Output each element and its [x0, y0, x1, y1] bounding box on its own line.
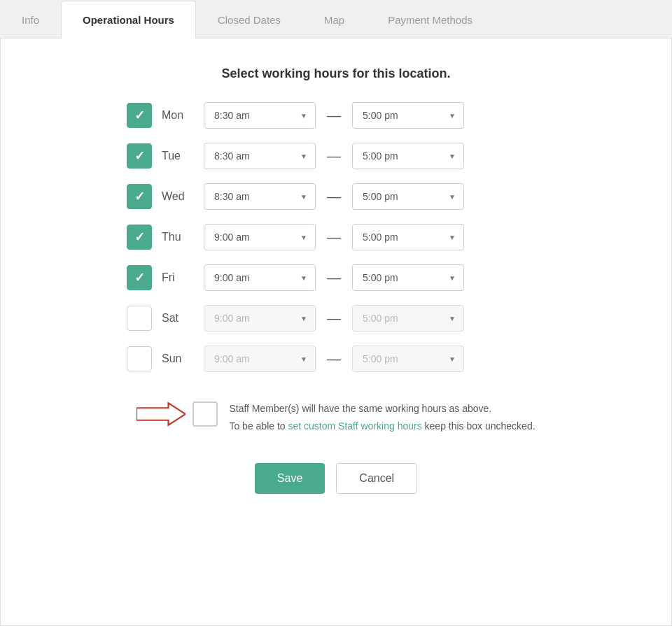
end-time-wrap-fri: 12:00 am12:30 am1:00 am1:30 am2:00 am2:3… — [352, 264, 464, 291]
arrow-wrap — [136, 400, 186, 428]
start-time-wed[interactable]: 12:00 am12:30 am1:00 am1:30 am2:00 am2:3… — [204, 183, 316, 210]
checkbox-fri[interactable]: ✓ — [127, 265, 152, 290]
separator-mon: — — [327, 108, 341, 124]
staff-text-pre: To be able to — [229, 420, 288, 432]
staff-text-line2: To be able to set custom Staff working h… — [229, 418, 535, 435]
checkbox-wed[interactable]: ✓ — [127, 184, 152, 209]
day-label-tue: Tue — [162, 150, 204, 162]
end-time-sun[interactable]: 12:00 am12:30 am1:00 am1:30 am2:00 am2:3… — [352, 346, 464, 372]
tab-operational-hours[interactable]: Operational Hours — [61, 1, 196, 38]
end-time-thu[interactable]: 12:00 am12:30 am1:00 am1:30 am2:00 am2:3… — [352, 224, 464, 250]
start-time-sat[interactable]: 12:00 am12:30 am1:00 am1:30 am2:00 am2:3… — [204, 305, 316, 332]
end-time-wrap-sat: 12:00 am12:30 am1:00 am1:30 am2:00 am2:3… — [352, 305, 464, 332]
checkbox-mon[interactable]: ✓ — [127, 103, 152, 128]
staff-custom-hours-link[interactable]: set custom Staff working hours — [288, 420, 422, 432]
cancel-button[interactable]: Cancel — [336, 463, 417, 494]
start-time-wrap-sun: 12:00 am12:30 am1:00 am1:30 am2:00 am2:3… — [204, 346, 316, 372]
day-label-wed: Wed — [162, 190, 204, 203]
end-time-wrap-sun: 12:00 am12:30 am1:00 am1:30 am2:00 am2:3… — [352, 346, 464, 372]
start-time-thu[interactable]: 12:00 am12:30 am1:00 am1:30 am2:00 am2:3… — [204, 224, 316, 250]
checkbox-thu[interactable]: ✓ — [127, 225, 152, 250]
page-wrapper: InfoOperational HoursClosed DatesMapPaym… — [0, 0, 672, 626]
day-row-sun: Sun12:00 am12:30 am1:00 am1:30 am2:00 am… — [127, 346, 629, 372]
separator-fri: — — [327, 270, 341, 286]
day-row-fri: ✓Fri12:00 am12:30 am1:00 am1:30 am2:00 a… — [127, 264, 629, 291]
staff-row-outer: Staff Member(s) will have the same worki… — [136, 400, 535, 435]
day-row-sat: Sat12:00 am12:30 am1:00 am1:30 am2:00 am… — [127, 305, 629, 332]
staff-text-line1: Staff Member(s) will have the same worki… — [229, 400, 535, 418]
svg-marker-0 — [136, 403, 186, 425]
separator-sun: — — [327, 351, 341, 367]
right-arrow-icon — [136, 400, 186, 428]
start-time-wrap-tue: 12:00 am12:30 am1:00 am1:30 am2:00 am2:3… — [204, 143, 316, 169]
start-time-wrap-fri: 12:00 am12:30 am1:00 am1:30 am2:00 am2:3… — [204, 264, 316, 291]
section-title: Select working hours for this location. — [43, 66, 629, 81]
checkbox-sun[interactable] — [127, 346, 152, 371]
tab-info[interactable]: Info — [0, 1, 61, 38]
buttons-row: Save Cancel — [43, 463, 629, 494]
days-container: ✓Mon12:00 am12:30 am1:00 am1:30 am2:00 a… — [127, 102, 629, 372]
start-time-wrap-mon: 12:00 am12:30 am1:00 am1:30 am2:00 am2:3… — [204, 102, 316, 129]
separator-sat: — — [327, 311, 341, 327]
save-button[interactable]: Save — [255, 463, 325, 494]
staff-text-post: keep this box unchecked. — [422, 420, 536, 432]
staff-text-block: Staff Member(s) will have the same worki… — [229, 400, 535, 435]
content-area: Select working hours for this location. … — [0, 38, 672, 626]
tab-payment-methods[interactable]: Payment Methods — [366, 1, 494, 38]
start-time-mon[interactable]: 12:00 am12:30 am1:00 am1:30 am2:00 am2:3… — [204, 102, 316, 129]
start-time-tue[interactable]: 12:00 am12:30 am1:00 am1:30 am2:00 am2:3… — [204, 143, 316, 169]
start-time-fri[interactable]: 12:00 am12:30 am1:00 am1:30 am2:00 am2:3… — [204, 264, 316, 291]
start-time-wrap-thu: 12:00 am12:30 am1:00 am1:30 am2:00 am2:3… — [204, 224, 316, 250]
tabs-bar: InfoOperational HoursClosed DatesMapPaym… — [0, 0, 672, 38]
end-time-fri[interactable]: 12:00 am12:30 am1:00 am1:30 am2:00 am2:3… — [352, 264, 464, 291]
separator-thu: — — [327, 229, 341, 246]
end-time-tue[interactable]: 12:00 am12:30 am1:00 am1:30 am2:00 am2:3… — [352, 143, 464, 169]
day-label-thu: Thu — [162, 231, 204, 243]
day-row-mon: ✓Mon12:00 am12:30 am1:00 am1:30 am2:00 a… — [127, 102, 629, 129]
end-time-wed[interactable]: 12:00 am12:30 am1:00 am1:30 am2:00 am2:3… — [352, 183, 464, 210]
end-time-wrap-wed: 12:00 am12:30 am1:00 am1:30 am2:00 am2:3… — [352, 183, 464, 210]
day-label-sat: Sat — [162, 312, 204, 325]
day-label-mon: Mon — [162, 109, 204, 122]
separator-wed: — — [327, 189, 341, 205]
end-time-wrap-mon: 12:00 am12:30 am1:00 am1:30 am2:00 am2:3… — [352, 102, 464, 129]
tab-map[interactable]: Map — [302, 1, 366, 38]
end-time-sat[interactable]: 12:00 am12:30 am1:00 am1:30 am2:00 am2:3… — [352, 305, 464, 332]
day-row-tue: ✓Tue12:00 am12:30 am1:00 am1:30 am2:00 a… — [127, 143, 629, 169]
checkbox-tue[interactable]: ✓ — [127, 143, 152, 169]
day-label-sun: Sun — [162, 353, 204, 365]
end-time-wrap-thu: 12:00 am12:30 am1:00 am1:30 am2:00 am2:3… — [352, 224, 464, 250]
staff-same-hours-checkbox[interactable] — [192, 401, 218, 427]
day-row-wed: ✓Wed12:00 am12:30 am1:00 am1:30 am2:00 a… — [127, 183, 629, 210]
staff-row: Staff Member(s) will have the same worki… — [192, 400, 535, 435]
tab-closed-dates[interactable]: Closed Dates — [196, 1, 302, 38]
start-time-wrap-wed: 12:00 am12:30 am1:00 am1:30 am2:00 am2:3… — [204, 183, 316, 210]
end-time-mon[interactable]: 12:00 am12:30 am1:00 am1:30 am2:00 am2:3… — [352, 102, 464, 129]
checkbox-sat[interactable] — [127, 306, 152, 331]
start-time-wrap-sat: 12:00 am12:30 am1:00 am1:30 am2:00 am2:3… — [204, 305, 316, 332]
day-row-thu: ✓Thu12:00 am12:30 am1:00 am1:30 am2:00 a… — [127, 224, 629, 250]
start-time-sun[interactable]: 12:00 am12:30 am1:00 am1:30 am2:00 am2:3… — [204, 346, 316, 372]
day-label-fri: Fri — [162, 271, 204, 284]
staff-section: Staff Member(s) will have the same worki… — [43, 400, 629, 435]
end-time-wrap-tue: 12:00 am12:30 am1:00 am1:30 am2:00 am2:3… — [352, 143, 464, 169]
separator-tue: — — [327, 148, 341, 164]
